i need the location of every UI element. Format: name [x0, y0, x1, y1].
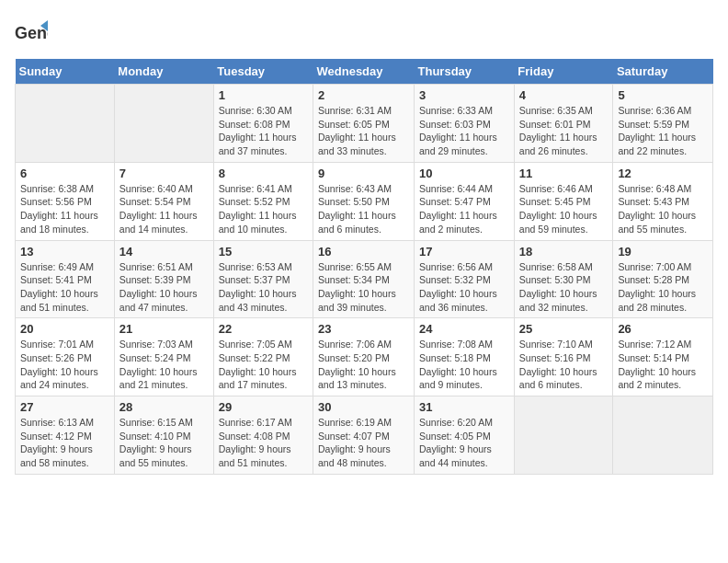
day-info: Sunrise: 6:35 AM Sunset: 6:01 PM Dayligh…	[519, 104, 609, 158]
calendar-cell: 3Sunrise: 6:33 AM Sunset: 6:03 PM Daylig…	[415, 85, 515, 163]
day-info: Sunrise: 6:44 AM Sunset: 5:47 PM Dayligh…	[419, 182, 509, 236]
day-number: 14	[119, 245, 209, 259]
day-info: Sunrise: 7:08 AM Sunset: 5:18 PM Dayligh…	[419, 338, 509, 392]
calendar-cell: 26Sunrise: 7:12 AM Sunset: 5:14 PM Dayli…	[613, 318, 713, 396]
calendar-cell: 5Sunrise: 6:36 AM Sunset: 5:59 PM Daylig…	[613, 85, 713, 163]
calendar-cell: 28Sunrise: 6:15 AM Sunset: 4:10 PM Dayli…	[114, 396, 213, 475]
day-info: Sunrise: 6:51 AM Sunset: 5:39 PM Dayligh…	[119, 260, 209, 315]
day-number: 7	[119, 167, 209, 180]
day-number: 29	[219, 400, 308, 414]
day-info: Sunrise: 6:53 AM Sunset: 5:37 PM Dayligh…	[219, 260, 308, 315]
logo-icon: General	[15, 18, 48, 52]
day-number: 2	[318, 88, 409, 102]
calendar-cell: 21Sunrise: 7:03 AM Sunset: 5:24 PM Dayli…	[114, 318, 213, 396]
calendar-cell: 27Sunrise: 6:13 AM Sunset: 4:12 PM Dayli…	[16, 396, 115, 475]
calendar-cell: 31Sunrise: 6:20 AM Sunset: 4:05 PM Dayli…	[415, 396, 515, 475]
calendar-cell: 7Sunrise: 6:40 AM Sunset: 5:54 PM Daylig…	[114, 162, 213, 240]
day-info: Sunrise: 6:19 AM Sunset: 4:07 PM Dayligh…	[318, 416, 409, 470]
day-info: Sunrise: 6:48 AM Sunset: 5:43 PM Dayligh…	[618, 182, 708, 236]
day-info: Sunrise: 7:05 AM Sunset: 5:22 PM Dayligh…	[219, 338, 308, 392]
calendar-week-5: 27Sunrise: 6:13 AM Sunset: 4:12 PM Dayli…	[16, 396, 713, 475]
calendar-week-2: 6Sunrise: 6:38 AM Sunset: 5:56 PM Daylig…	[16, 162, 713, 240]
calendar-cell: 18Sunrise: 6:58 AM Sunset: 5:30 PM Dayli…	[514, 240, 613, 318]
day-number: 31	[419, 400, 509, 414]
day-number: 26	[618, 322, 708, 336]
day-number: 24	[419, 322, 509, 336]
day-number: 20	[20, 322, 109, 336]
day-info: Sunrise: 6:31 AM Sunset: 6:05 PM Dayligh…	[318, 104, 409, 158]
day-info: Sunrise: 6:41 AM Sunset: 5:52 PM Dayligh…	[219, 182, 308, 236]
day-number: 5	[618, 88, 708, 102]
calendar-cell: 2Sunrise: 6:31 AM Sunset: 6:05 PM Daylig…	[313, 85, 415, 163]
logo: General	[15, 18, 51, 52]
day-info: Sunrise: 6:49 AM Sunset: 5:41 PM Dayligh…	[20, 260, 109, 315]
calendar-cell: 14Sunrise: 6:51 AM Sunset: 5:39 PM Dayli…	[114, 240, 213, 318]
calendar-week-4: 20Sunrise: 7:01 AM Sunset: 5:26 PM Dayli…	[16, 318, 713, 396]
day-info: Sunrise: 6:13 AM Sunset: 4:12 PM Dayligh…	[20, 416, 109, 470]
day-number: 4	[519, 88, 609, 102]
day-number: 21	[119, 322, 209, 336]
calendar-cell: 11Sunrise: 6:46 AM Sunset: 5:45 PM Dayli…	[514, 162, 613, 240]
day-info: Sunrise: 6:20 AM Sunset: 4:05 PM Dayligh…	[419, 416, 509, 470]
day-number: 1	[219, 88, 308, 102]
day-number: 16	[318, 245, 409, 259]
calendar-cell: 25Sunrise: 7:10 AM Sunset: 5:16 PM Dayli…	[514, 318, 613, 396]
day-info: Sunrise: 7:00 AM Sunset: 5:28 PM Dayligh…	[618, 260, 708, 315]
header-sunday: Sunday	[16, 59, 115, 85]
calendar-cell: 8Sunrise: 6:41 AM Sunset: 5:52 PM Daylig…	[213, 162, 313, 240]
calendar-cell: 9Sunrise: 6:43 AM Sunset: 5:50 PM Daylig…	[313, 162, 415, 240]
day-number: 15	[219, 245, 308, 259]
day-number: 8	[219, 167, 308, 180]
day-number: 22	[219, 322, 308, 336]
day-info: Sunrise: 7:01 AM Sunset: 5:26 PM Dayligh…	[20, 338, 109, 392]
calendar-cell: 4Sunrise: 6:35 AM Sunset: 6:01 PM Daylig…	[514, 85, 613, 163]
day-number: 19	[618, 245, 708, 259]
day-info: Sunrise: 6:15 AM Sunset: 4:10 PM Dayligh…	[119, 416, 209, 470]
calendar-week-3: 13Sunrise: 6:49 AM Sunset: 5:41 PM Dayli…	[16, 240, 713, 318]
day-info: Sunrise: 6:46 AM Sunset: 5:45 PM Dayligh…	[519, 182, 609, 236]
day-number: 10	[419, 167, 509, 180]
calendar-cell: 30Sunrise: 6:19 AM Sunset: 4:07 PM Dayli…	[313, 396, 415, 475]
header-tuesday: Tuesday	[213, 59, 313, 85]
calendar-table: SundayMondayTuesdayWednesdayThursdayFrid…	[15, 59, 713, 475]
header-saturday: Saturday	[613, 59, 713, 85]
calendar-cell: 20Sunrise: 7:01 AM Sunset: 5:26 PM Dayli…	[16, 318, 115, 396]
calendar-cell: 13Sunrise: 6:49 AM Sunset: 5:41 PM Dayli…	[16, 240, 115, 318]
day-number: 6	[20, 167, 109, 180]
calendar-cell: 19Sunrise: 7:00 AM Sunset: 5:28 PM Dayli…	[613, 240, 713, 318]
day-info: Sunrise: 6:56 AM Sunset: 5:32 PM Dayligh…	[419, 260, 509, 315]
header-wednesday: Wednesday	[313, 59, 415, 85]
day-info: Sunrise: 6:17 AM Sunset: 4:08 PM Dayligh…	[219, 416, 308, 470]
day-number: 11	[519, 167, 609, 180]
day-number: 25	[519, 322, 609, 336]
calendar-cell: 17Sunrise: 6:56 AM Sunset: 5:32 PM Dayli…	[415, 240, 515, 318]
calendar-cell: 16Sunrise: 6:55 AM Sunset: 5:34 PM Dayli…	[313, 240, 415, 318]
day-info: Sunrise: 6:36 AM Sunset: 5:59 PM Dayligh…	[618, 104, 708, 158]
day-info: Sunrise: 7:03 AM Sunset: 5:24 PM Dayligh…	[119, 338, 209, 392]
day-info: Sunrise: 7:10 AM Sunset: 5:16 PM Dayligh…	[519, 338, 609, 392]
calendar-cell: 29Sunrise: 6:17 AM Sunset: 4:08 PM Dayli…	[213, 396, 313, 475]
header-monday: Monday	[114, 59, 213, 85]
calendar-header-row: SundayMondayTuesdayWednesdayThursdayFrid…	[16, 59, 713, 85]
day-number: 3	[419, 88, 509, 102]
day-info: Sunrise: 6:55 AM Sunset: 5:34 PM Dayligh…	[318, 260, 409, 315]
day-info: Sunrise: 6:40 AM Sunset: 5:54 PM Dayligh…	[119, 182, 209, 236]
calendar-week-1: 1Sunrise: 6:30 AM Sunset: 6:08 PM Daylig…	[16, 85, 713, 163]
header-thursday: Thursday	[415, 59, 515, 85]
day-number: 13	[20, 245, 109, 259]
day-number: 27	[20, 400, 109, 414]
calendar-cell: 12Sunrise: 6:48 AM Sunset: 5:43 PM Dayli…	[613, 162, 713, 240]
day-number: 28	[119, 400, 209, 414]
page-header: General	[15, 15, 713, 52]
day-number: 12	[618, 167, 708, 180]
day-info: Sunrise: 7:06 AM Sunset: 5:20 PM Dayligh…	[318, 338, 409, 392]
day-info: Sunrise: 6:30 AM Sunset: 6:08 PM Dayligh…	[219, 104, 308, 158]
day-info: Sunrise: 7:12 AM Sunset: 5:14 PM Dayligh…	[618, 338, 708, 392]
day-info: Sunrise: 6:58 AM Sunset: 5:30 PM Dayligh…	[519, 260, 609, 315]
day-number: 17	[419, 245, 509, 259]
calendar-cell: 22Sunrise: 7:05 AM Sunset: 5:22 PM Dayli…	[213, 318, 313, 396]
calendar-cell: 24Sunrise: 7:08 AM Sunset: 5:18 PM Dayli…	[415, 318, 515, 396]
day-number: 23	[318, 322, 409, 336]
calendar-cell	[514, 396, 613, 475]
day-number: 30	[318, 400, 409, 414]
